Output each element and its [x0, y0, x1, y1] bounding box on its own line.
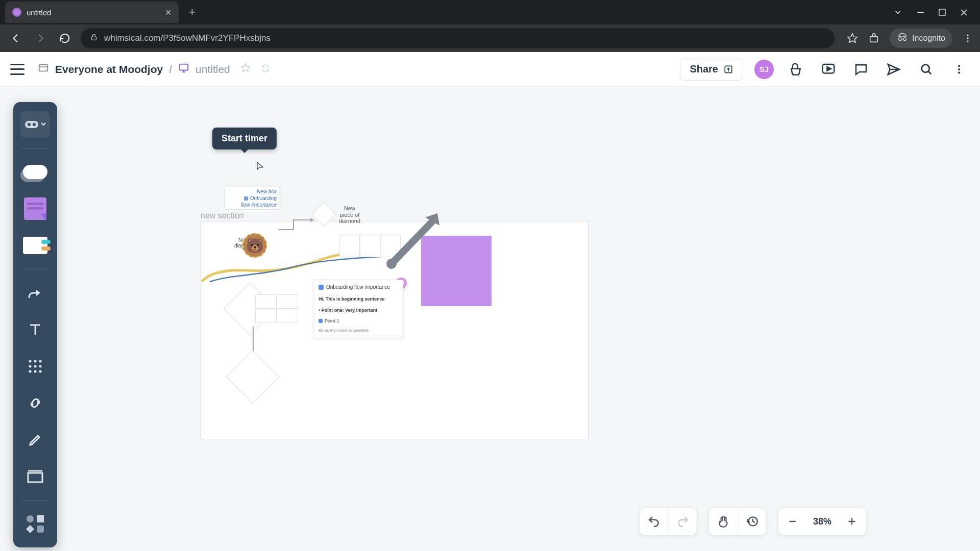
svg-point-21: [922, 64, 929, 72]
svg-marker-5: [848, 34, 857, 42]
svg-point-34: [29, 365, 31, 367]
extensions-icon[interactable]: [868, 33, 879, 44]
redo-button[interactable]: [668, 508, 697, 535]
svg-point-31: [29, 360, 31, 362]
start-timer-tooltip: Start timer: [212, 128, 277, 149]
svg-rect-12: [180, 64, 188, 70]
tab-bar: untitled ✕ +: [0, 0, 980, 24]
svg-rect-4: [91, 37, 96, 40]
svg-point-7: [967, 35, 968, 36]
diamond-label[interactable]: New piece of diamond: [337, 205, 362, 224]
pan-history-group: [708, 507, 767, 536]
reactions-button[interactable]: [785, 59, 806, 80]
zoom-in-button[interactable]: [838, 508, 866, 535]
window-controls: [893, 8, 980, 17]
tool-palette: [13, 102, 57, 547]
svg-point-32: [34, 360, 36, 362]
shape-pill-tool[interactable]: [20, 159, 50, 185]
sync-icon[interactable]: [261, 63, 270, 76]
svg-point-33: [39, 360, 41, 362]
favorite-star-icon[interactable]: [240, 63, 251, 76]
grid-tool[interactable]: [20, 353, 50, 380]
svg-rect-6: [870, 36, 878, 42]
reload-button[interactable]: [56, 30, 74, 47]
url-field[interactable]: whimsical.com/P3f5owNMFvr2YFPHxsbjns: [81, 28, 835, 48]
document-title[interactable]: untitled: [195, 63, 230, 76]
bullet-icon: [318, 319, 323, 323]
chevron-down-icon[interactable]: [893, 8, 902, 17]
frame-tool[interactable]: [20, 463, 50, 490]
browser-tab[interactable]: untitled ✕: [5, 2, 179, 23]
send-button[interactable]: [883, 59, 904, 80]
pencil-tool[interactable]: [20, 427, 50, 453]
select-tool[interactable]: [20, 111, 50, 138]
section-label[interactable]: new section: [201, 211, 244, 220]
incognito-label: Incognito: [912, 34, 945, 43]
zoom-out-button[interactable]: [778, 508, 807, 535]
user-avatar[interactable]: SJ: [754, 60, 774, 79]
canvas-document-card[interactable]: Onboarding flow importance Hi, This is b…: [314, 280, 403, 338]
svg-rect-1: [939, 9, 945, 15]
svg-point-27: [28, 123, 31, 126]
sticky-note-tool[interactable]: [20, 195, 50, 222]
favicon-icon: [12, 8, 21, 17]
svg-point-37: [29, 370, 31, 372]
app-header: Everyone at Moodjoy / untitled Share SJ: [0, 52, 980, 87]
svg-rect-10: [39, 65, 48, 71]
zoom-value[interactable]: 38%: [807, 516, 838, 527]
doc-card-icon: [318, 285, 324, 290]
forward-button[interactable]: [32, 30, 49, 47]
svg-rect-26: [25, 121, 38, 128]
svg-point-25: [958, 71, 960, 73]
svg-point-23: [958, 65, 960, 67]
minimize-icon[interactable]: [917, 9, 924, 16]
incognito-indicator[interactable]: Incognito: [890, 29, 952, 48]
svg-point-35: [34, 365, 36, 367]
breadcrumb-separator: /: [169, 63, 172, 76]
avatar-initials: SJ: [760, 65, 769, 73]
zoom-group: 38%: [778, 507, 867, 536]
undo-redo-group: [639, 507, 697, 536]
close-window-icon[interactable]: [960, 9, 968, 16]
undo-button[interactable]: [640, 508, 668, 535]
svg-point-24: [958, 68, 960, 70]
canvas[interactable]: Start timer new section New box Onboardi…: [0, 87, 980, 551]
workspace-name[interactable]: Everyone at Moodjoy: [55, 63, 163, 76]
more-menu-button[interactable]: [948, 59, 970, 80]
maximize-icon[interactable]: [939, 9, 946, 16]
svg-line-22: [928, 71, 932, 74]
new-tab-button[interactable]: +: [179, 6, 206, 19]
browser-menu-icon[interactable]: [963, 33, 973, 43]
svg-point-38: [34, 370, 36, 372]
comments-button[interactable]: [850, 59, 872, 80]
canvas-arrow-shape[interactable]: [385, 210, 447, 271]
more-shapes-tool[interactable]: [20, 511, 50, 537]
connector-line[interactable]: [278, 217, 319, 232]
search-button[interactable]: [916, 59, 937, 80]
card-tool[interactable]: [20, 232, 50, 259]
svg-marker-42: [310, 218, 314, 222]
svg-point-45: [386, 259, 397, 269]
close-tab-icon[interactable]: ✕: [165, 8, 172, 17]
link-tool[interactable]: [20, 390, 50, 416]
svg-point-39: [39, 370, 41, 372]
hamburger-menu-button[interactable]: [10, 64, 24, 75]
export-icon: [723, 64, 733, 74]
canvas-text-box[interactable]: New box Onboarding flow importance: [224, 187, 279, 210]
share-button[interactable]: Share: [680, 58, 743, 81]
pan-tool-button[interactable]: [709, 508, 738, 535]
svg-point-36: [39, 365, 41, 367]
svg-rect-40: [28, 473, 42, 482]
cursor-icon: [257, 162, 264, 173]
bookmark-star-icon[interactable]: [847, 33, 858, 44]
canvas-table[interactable]: [255, 294, 298, 323]
present-button[interactable]: [818, 59, 839, 80]
back-button[interactable]: [7, 30, 24, 47]
browser-chrome: untitled ✕ + whimsical.com/P3f5owNMFvr2Y…: [0, 0, 980, 52]
incognito-icon: [897, 32, 908, 45]
history-button[interactable]: [738, 508, 766, 535]
svg-point-8: [967, 37, 968, 39]
svg-point-28: [33, 123, 36, 126]
connector-tool[interactable]: [20, 280, 50, 306]
text-tool[interactable]: [20, 316, 50, 343]
